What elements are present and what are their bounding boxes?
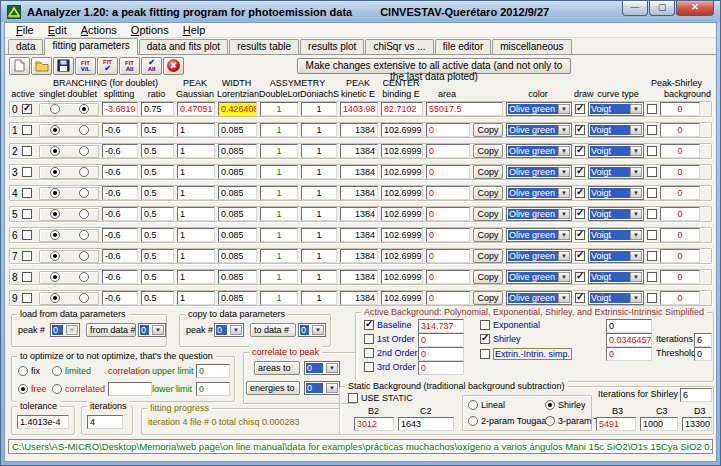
extrin-intrin-field[interactable]: 0 (606, 347, 652, 361)
use-static-checkbox[interactable] (348, 393, 358, 403)
energies-to-combo[interactable]: 0 (304, 381, 340, 395)
area-field[interactable]: 0 (426, 270, 470, 284)
iterations-field[interactable]: 4 (87, 415, 123, 429)
color-combo[interactable]: Olive green (506, 291, 572, 305)
lorentzian-width-field[interactable]: 0.085 (218, 144, 257, 158)
stop-button[interactable]: ✘ (163, 57, 184, 75)
active-checkbox[interactable] (22, 251, 32, 261)
ratio-field[interactable]: 0.5 (141, 270, 174, 284)
maximize-button[interactable]: ▢ (649, 1, 675, 16)
singlet-radio[interactable] (50, 146, 60, 156)
order2-checkbox[interactable] (364, 348, 374, 358)
chevron-down-icon[interactable] (558, 146, 570, 156)
singlet-radio[interactable] (50, 251, 60, 261)
ratio-field[interactable]: 0.5 (141, 228, 174, 242)
color-combo[interactable]: Olive green (506, 144, 572, 158)
draw-checkbox[interactable] (575, 146, 585, 156)
active-checkbox[interactable] (22, 167, 32, 177)
singlet-radio[interactable] (50, 188, 60, 198)
area-field[interactable]: 55017.5 (426, 102, 503, 116)
chevron-down-icon[interactable] (558, 209, 570, 219)
chevron-down-icon[interactable] (630, 167, 642, 177)
save-button[interactable] (53, 57, 74, 75)
kinetic-energy-field[interactable]: 1384 (340, 207, 378, 221)
color-combo[interactable]: Olive green (506, 102, 572, 116)
singlet-radio[interactable] (50, 104, 60, 114)
doublelor-field[interactable]: 1 (260, 270, 298, 284)
limited-radio[interactable] (52, 366, 62, 376)
free-radio[interactable] (18, 384, 28, 394)
peak-shirley-background-field[interactable]: 0 (660, 228, 700, 242)
baseline-checkbox[interactable] (364, 320, 374, 330)
curve-type-combo[interactable]: Voigt (588, 165, 644, 179)
kinetic-energy-field[interactable]: 1384 (340, 165, 378, 179)
gaussian-width-field[interactable]: 1 (177, 144, 215, 158)
splitting-field[interactable]: -0.6 (102, 165, 138, 179)
extrin-intrin-checkbox[interactable] (480, 349, 490, 359)
gaussian-width-field[interactable]: 1 (177, 123, 215, 137)
singlet-radio[interactable] (50, 293, 60, 303)
gaussian-width-field[interactable]: 1 (177, 165, 215, 179)
copy-button[interactable]: Copy (473, 249, 503, 263)
exponential-checkbox[interactable] (480, 320, 490, 330)
doniachs-field[interactable]: 1 (301, 270, 337, 284)
gaussian-width-field[interactable]: 1 (177, 207, 215, 221)
to-data-button[interactable]: to data # (250, 323, 296, 337)
chevron-down-icon[interactable] (630, 146, 642, 156)
chevron-down-icon[interactable] (630, 209, 642, 219)
tougaard3-radio[interactable] (545, 416, 555, 426)
ratio-field[interactable]: 0.5 (141, 123, 174, 137)
draw-checkbox[interactable] (575, 230, 585, 240)
splitting-field[interactable]: -0.6 (102, 207, 138, 221)
binding-energy-field[interactable]: 82.7102 (381, 102, 423, 116)
copy-button[interactable]: Copy (473, 186, 503, 200)
area-field[interactable]: 0 (426, 207, 470, 221)
copy-button[interactable]: Copy (473, 270, 503, 284)
fit-vl-button[interactable]: FITV/L (75, 57, 96, 75)
gaussian-width-field[interactable]: 1 (177, 291, 215, 305)
order3-field[interactable]: 0 (418, 361, 464, 375)
draw-checkbox[interactable] (575, 209, 585, 219)
chevron-down-icon[interactable] (630, 104, 642, 114)
draw-checkbox[interactable] (575, 167, 585, 177)
copy-button[interactable]: Copy (473, 228, 503, 242)
active-checkbox[interactable] (22, 293, 32, 303)
doublet-radio[interactable] (79, 251, 89, 261)
upper-limit-field[interactable]: 0 (196, 364, 230, 378)
area-field[interactable]: 0 (426, 165, 470, 179)
lorentzian-width-field[interactable]: 0.085 (218, 123, 257, 137)
areas-to-combo[interactable]: 0 (304, 361, 340, 375)
abg-iterations-field[interactable]: 6 (694, 333, 712, 347)
new-file-button[interactable] (9, 57, 30, 75)
doublelor-field[interactable]: 1 (260, 165, 298, 179)
color-combo[interactable]: Olive green (506, 207, 572, 221)
singlet-radio[interactable] (50, 167, 60, 177)
kinetic-energy-field[interactable]: 1384 (340, 123, 378, 137)
curve-type-combo[interactable]: Voigt (588, 144, 644, 158)
active-checkbox[interactable] (22, 125, 32, 135)
splitting-field[interactable]: -0.6 (102, 228, 138, 242)
chevron-down-icon[interactable] (558, 104, 570, 114)
active-checkbox[interactable] (22, 230, 32, 240)
curve-type-combo[interactable]: Voigt (588, 249, 644, 263)
curve-type-combo[interactable]: Voigt (588, 270, 644, 284)
kinetic-energy-field[interactable]: 1384 (340, 228, 378, 242)
menu-actions[interactable]: Actions (74, 24, 124, 36)
tab-miscellaneous[interactable]: miscellaneous (492, 39, 571, 54)
doublet-radio[interactable] (79, 209, 89, 219)
fit-check-all-button[interactable]: ✔All (141, 57, 162, 75)
shirley-static-radio[interactable] (545, 400, 555, 410)
chevron-down-icon[interactable] (630, 125, 642, 135)
binding-energy-field[interactable]: 102.6999 (381, 165, 423, 179)
curve-type-combo[interactable]: Voigt (588, 228, 644, 242)
doublet-radio[interactable] (79, 293, 89, 303)
areas-to-button[interactable]: areas to (254, 361, 300, 375)
lineal-radio[interactable] (468, 400, 478, 410)
chevron-down-icon[interactable] (558, 230, 570, 240)
splitting-field[interactable]: -0.6 (102, 186, 138, 200)
doniachs-field[interactable]: 1 (301, 291, 337, 305)
doublelor-field[interactable]: 1 (260, 144, 298, 158)
singlet-radio[interactable] (50, 272, 60, 282)
menu-help[interactable]: Help (176, 24, 213, 36)
lower-limit-field[interactable]: 0 (196, 382, 230, 396)
